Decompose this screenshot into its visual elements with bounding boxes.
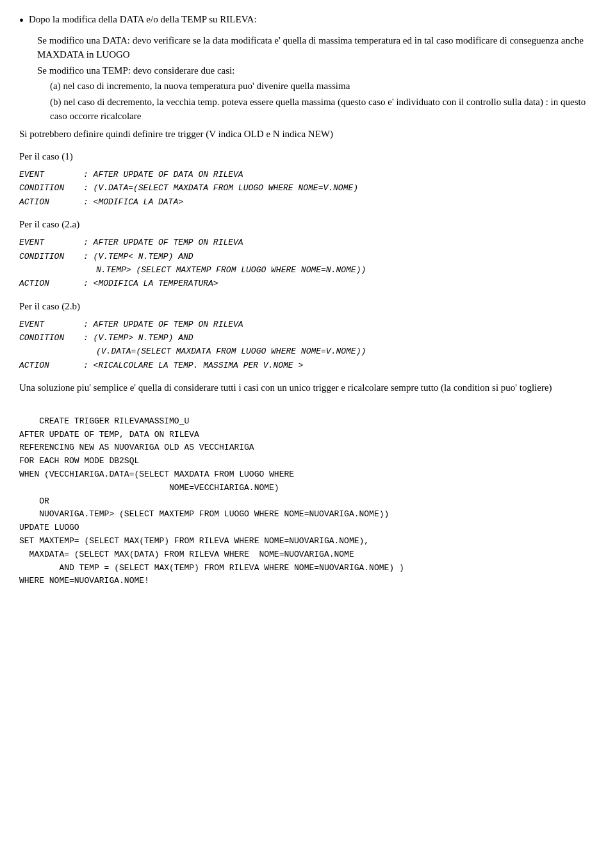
caso-2a-action-label: ACTION: [19, 277, 83, 290]
caso-2b-event-value: : AFTER UPDATE OF TEMP ON RILEVA: [83, 318, 366, 331]
caso-2a-cond-v2: N.TEMP> (SELECT MAXTEMP FROM LUOGO WHERE…: [96, 265, 366, 275]
case-2-line: Se modifico una TEMP: devo considerare d…: [37, 64, 596, 78]
sub-case-a-text: (a) nel caso di incremento, la nuova tem…: [50, 81, 350, 91]
caso-2a-action-row: ACTION : <MODIFICA LA TEMPERATURA>: [19, 277, 366, 290]
caso-1-table: EVENT : AFTER UPDATE OF DATA ON RILEVA C…: [19, 168, 358, 209]
caso-2b-event-row: EVENT : AFTER UPDATE OF TEMP ON RILEVA: [19, 318, 366, 331]
trigger-description: Si potrebbero definire quindi definire t…: [19, 127, 596, 142]
sub-case-b: (b) nel caso di decremento, la vecchia t…: [50, 95, 596, 124]
trigger-desc-text: Si potrebbero definire quindi definire t…: [19, 129, 333, 139]
prose-text: Una soluzione piu' semplice e' quella di…: [19, 382, 552, 393]
caso-2b-cond-v1: : (V.TEMP> N.TEMP) AND: [83, 333, 193, 343]
caso-2a-action-value: : <MODIFICA LA TEMPERATURA>: [83, 277, 366, 290]
per-caso-2b-heading: Per il caso (2.b): [19, 300, 596, 314]
caso-1-condition-value: : (V.DATA=(SELECT MAXDATA FROM LUOGO WHE…: [83, 181, 358, 195]
caso-1-condition-row: CONDITION : (V.DATA=(SELECT MAXDATA FROM…: [19, 181, 358, 195]
sub-case-b-text: (b) nel caso di decremento, la vecchia t…: [50, 97, 586, 121]
caso-2a-event-label: EVENT: [19, 236, 83, 249]
caso-2b-condition-row: CONDITION : (V.TEMP> N.TEMP) AND (V.DATA…: [19, 331, 366, 359]
caso-2b-action-label: ACTION: [19, 359, 83, 372]
caso-2a-condition-value: : (V.TEMP< N.TEMP) AND N.TEMP> (SELECT M…: [83, 250, 366, 277]
caso-2a-cond-v1: : (V.TEMP< N.TEMP) AND: [83, 252, 193, 261]
caso-1-action-label: ACTION: [19, 195, 83, 209]
caso-1-action-value: : <MODIFICA LA DATA>: [83, 195, 358, 209]
caso-2b-event-label: EVENT: [19, 318, 83, 331]
caso-1-action-row: ACTION : <MODIFICA LA DATA>: [19, 195, 358, 209]
caso-2b-condition-value: : (V.TEMP> N.TEMP) AND (V.DATA=(SELECT M…: [83, 331, 366, 359]
page-content: • Dopo la modifica della DATA e/o della …: [19, 13, 596, 602]
caso-2b-cond-v2: (V.DATA=(SELECT MAXDATA FROM LUOGO WHERE…: [96, 347, 366, 356]
caso-1-event-label: EVENT: [19, 168, 83, 181]
caso-2a-table: EVENT : AFTER UPDATE OF TEMP ON RILEVA C…: [19, 236, 366, 291]
per-caso-2a-heading: Per il caso (2.a): [19, 218, 596, 232]
case-1-line: Se modifico una DATA: devo verificare se…: [37, 34, 596, 62]
per-caso-2a-label: Per il caso (2.a): [19, 219, 79, 229]
prose-section: Una soluzione piu' semplice e' quella di…: [19, 381, 596, 395]
trigger-code-text: CREATE TRIGGER RILEVAMASSIMO_U AFTER UPD…: [19, 416, 404, 586]
caso-2b-action-value: : <RICALCOLARE LA TEMP. MASSIMA PER V.NO…: [83, 359, 366, 372]
per-caso-1-heading: Per il caso (1): [19, 150, 596, 164]
caso-1-event-row: EVENT : AFTER UPDATE OF DATA ON RILEVA: [19, 168, 358, 181]
per-caso-1-label: Per il caso (1): [19, 151, 73, 161]
caso-2a-event-row: EVENT : AFTER UPDATE OF TEMP ON RILEVA: [19, 236, 366, 249]
bullet-intro-text: Dopo la modifica della DATA e/o della TE…: [29, 13, 596, 27]
bullet-intro: • Dopo la modifica della DATA e/o della …: [19, 13, 596, 30]
case-1-text: Se modifico una DATA: devo verificare se…: [37, 35, 584, 60]
caso-2b-condition-label: CONDITION: [19, 331, 83, 359]
case-2-text: Se modifico una TEMP: devo considerare d…: [37, 65, 234, 76]
bullet-dot: •: [19, 12, 24, 30]
sub-case-a: (a) nel caso di incremento, la nuova tem…: [50, 79, 596, 94]
caso-1-event-value: : AFTER UPDATE OF DATA ON RILEVA: [83, 168, 358, 181]
trigger-code-block: CREATE TRIGGER RILEVAMASSIMO_U AFTER UPD…: [19, 402, 596, 602]
caso-2a-condition-label: CONDITION: [19, 250, 83, 277]
caso-2b-table: EVENT : AFTER UPDATE OF TEMP ON RILEVA C…: [19, 318, 366, 373]
per-caso-2b-label: Per il caso (2.b): [19, 301, 80, 311]
caso-2b-action-row: ACTION : <RICALCOLARE LA TEMP. MASSIMA P…: [19, 359, 366, 372]
caso-1-condition-label: CONDITION: [19, 181, 83, 195]
caso-2a-event-value: : AFTER UPDATE OF TEMP ON RILEVA: [83, 236, 366, 249]
caso-2a-condition-row: CONDITION : (V.TEMP< N.TEMP) AND N.TEMP>…: [19, 250, 366, 277]
indent-block-main: Se modifico una DATA: devo verificare se…: [37, 34, 596, 124]
